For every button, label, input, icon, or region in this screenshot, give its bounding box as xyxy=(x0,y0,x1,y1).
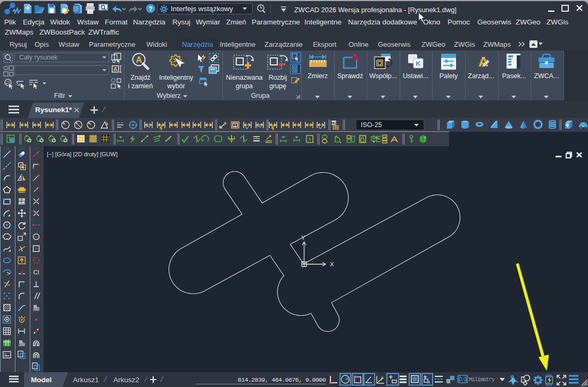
svg-text:0.0: 0.0 xyxy=(459,376,467,382)
svg-text:Y: Y xyxy=(301,234,305,241)
svg-text:X: X xyxy=(330,261,334,267)
